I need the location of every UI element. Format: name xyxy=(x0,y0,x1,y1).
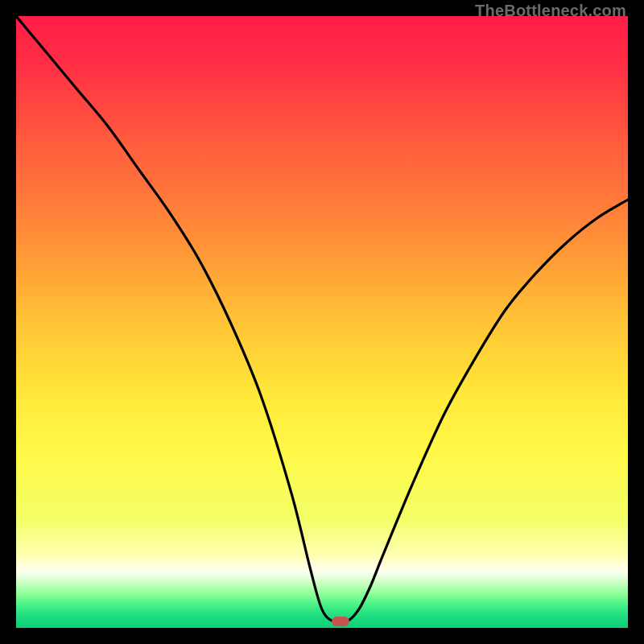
plot-area xyxy=(16,16,628,628)
chart-frame: TheBottleneck.com xyxy=(0,0,644,644)
curve-svg xyxy=(16,16,628,628)
bottleneck-curve-path xyxy=(16,16,628,623)
optimal-marker xyxy=(332,617,349,626)
